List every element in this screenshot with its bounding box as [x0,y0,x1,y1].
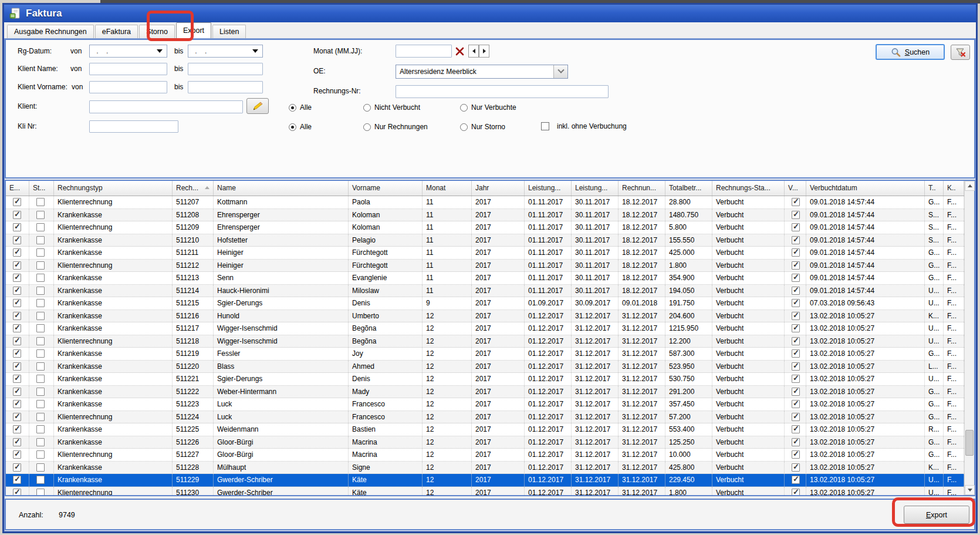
st-checkbox[interactable] [36,211,45,219]
table-row[interactable]: Klientenrechnung511207KottmannPaola11201… [6,196,964,209]
e-checkbox[interactable] [13,438,21,446]
st-checkbox[interactable] [36,261,45,270]
column-header-rdat[interactable]: Rechnun... [619,181,665,196]
table-row[interactable]: Klientenrechnung511209EhrenspergerKoloma… [6,221,964,234]
st-checkbox[interactable] [36,324,45,332]
v-checkbox[interactable] [792,287,800,295]
e-checkbox[interactable] [13,489,21,496]
column-header-nr[interactable]: Rech... [173,181,214,196]
monat-input[interactable] [396,45,452,58]
dropdown-arrow-icon[interactable] [252,49,258,53]
monat-prev-button[interactable] [468,45,479,58]
table-row[interactable]: Krankenkasse511208EhrenspergerKoloman112… [6,209,964,222]
table-row[interactable]: Krankenkasse511215Sgier-DerungsDenis9201… [6,297,964,310]
table-row[interactable]: Krankenkasse511222Weber-HintermannMady12… [6,386,964,399]
column-header-name[interactable]: Name [214,181,349,196]
table-row[interactable]: Krankenkasse511221Sgier-DerungsDenis1220… [6,373,964,386]
klient-vorname-von-input[interactable] [89,81,167,93]
radio-verbucht-alle[interactable]: Alle [289,103,363,112]
e-checkbox[interactable] [13,400,21,408]
column-header-vdat[interactable]: Verbuchtdatum [806,181,925,196]
v-checkbox[interactable] [792,425,800,433]
st-checkbox[interactable] [36,489,45,496]
oe-dropdown[interactable]: Altersresidenz Meerblick [396,65,568,79]
v-checkbox[interactable] [792,375,800,383]
v-checkbox[interactable] [792,299,800,307]
klient-name-von-input[interactable] [89,63,167,75]
scrollbar-thumb[interactable] [965,430,974,456]
klient-input[interactable] [89,100,243,113]
table-row[interactable]: Klientenrechnung511224LuckFrancesco12201… [6,411,964,424]
e-checkbox[interactable] [13,261,21,270]
kli-nr-input[interactable] [89,120,178,133]
e-checkbox[interactable] [13,413,21,421]
e-checkbox[interactable] [13,375,21,383]
st-checkbox[interactable] [36,413,45,421]
v-checkbox[interactable] [792,337,800,345]
export-button[interactable]: Export [904,506,969,524]
st-checkbox[interactable] [36,236,45,244]
st-checkbox[interactable] [36,388,45,396]
e-checkbox[interactable] [13,312,21,320]
column-header-k[interactable]: K.. [944,181,964,196]
column-header-vorname[interactable]: Vorname [349,181,423,196]
e-checkbox[interactable] [13,463,21,472]
e-checkbox[interactable] [13,198,21,206]
table-row[interactable]: Krankenkasse511211HeinigerFürchtegott112… [6,247,964,260]
e-checkbox[interactable] [13,299,21,307]
column-header-lvon[interactable]: Leistung... [525,181,572,196]
table-row[interactable]: Klientenrechnung511218Wigger-IsenschmidB… [6,335,964,348]
st-checkbox[interactable] [36,425,45,433]
e-checkbox[interactable] [13,211,21,219]
v-checkbox[interactable] [792,489,800,496]
v-checkbox[interactable] [792,274,800,282]
scroll-down-button[interactable] [965,485,975,495]
v-checkbox[interactable] [792,324,800,332]
v-checkbox[interactable] [792,388,800,396]
monat-next-button[interactable] [479,45,489,58]
v-checkbox[interactable] [792,362,800,371]
suchen-button[interactable]: Suchen [876,44,945,60]
klient-name-bis-input[interactable] [188,63,263,75]
st-checkbox[interactable] [36,337,45,345]
column-header-total[interactable]: Totalbetr... [665,181,712,196]
oe-dropdown-button[interactable] [553,65,567,78]
v-checkbox[interactable] [792,450,800,459]
e-checkbox[interactable] [13,388,21,396]
st-checkbox[interactable] [36,223,45,231]
e-checkbox[interactable] [13,362,21,371]
radio-verbucht-nur-verbuchte[interactable]: Nur Verbuchte [460,103,516,112]
v-checkbox[interactable] [792,476,800,484]
e-checkbox[interactable] [13,248,21,257]
table-row[interactable]: Krankenkasse511217Wigger-IsenschmidBegõn… [6,322,964,335]
table-row[interactable]: Krankenkasse511220BlassAhmed12201701.12.… [6,361,964,374]
st-checkbox[interactable] [36,349,45,358]
st-checkbox[interactable] [36,438,45,446]
table-row[interactable]: Klientenrechnung511230Gwerder-SchriberKä… [6,487,964,496]
table-row[interactable]: Krankenkasse511219FesslerJoy12201701.12.… [6,348,964,361]
tab-listen[interactable]: Listen [212,25,246,38]
tab-export[interactable]: Export [176,22,211,38]
v-checkbox[interactable] [792,463,800,472]
radio-verbucht-nicht-verbucht[interactable]: Nicht Verbucht [363,103,460,112]
st-checkbox[interactable] [36,450,45,459]
radio-typ-alle[interactable]: Alle [289,123,363,131]
e-checkbox[interactable] [13,324,21,332]
e-checkbox[interactable] [13,425,21,433]
table-row[interactable]: Krankenkasse511226Gloor-BürgiMacrina1220… [6,436,964,449]
st-checkbox[interactable] [36,400,45,408]
st-checkbox[interactable] [36,312,45,320]
v-checkbox[interactable] [792,248,800,257]
column-header-status[interactable]: Rechnungs-Sta... [712,181,785,196]
table-row[interactable]: Klientenrechnung511227Gloor-BürgiMacrina… [6,449,964,462]
column-header-monat[interactable]: Monat [423,181,472,196]
st-checkbox[interactable] [36,476,45,484]
tab-storno[interactable]: Storno [139,25,175,38]
st-checkbox[interactable] [36,375,45,383]
table-row[interactable]: Krankenkasse511223LuckFrancesco12201701.… [6,398,964,411]
st-checkbox[interactable] [36,463,45,472]
tab-ausgabe-rechnungen[interactable]: Ausgabe Rechnungen [7,25,94,38]
clear-filter-button[interactable] [951,45,970,60]
st-checkbox[interactable] [36,274,45,282]
table-row[interactable]: Krankenkasse511210HofstetterPelagio11201… [6,234,964,247]
